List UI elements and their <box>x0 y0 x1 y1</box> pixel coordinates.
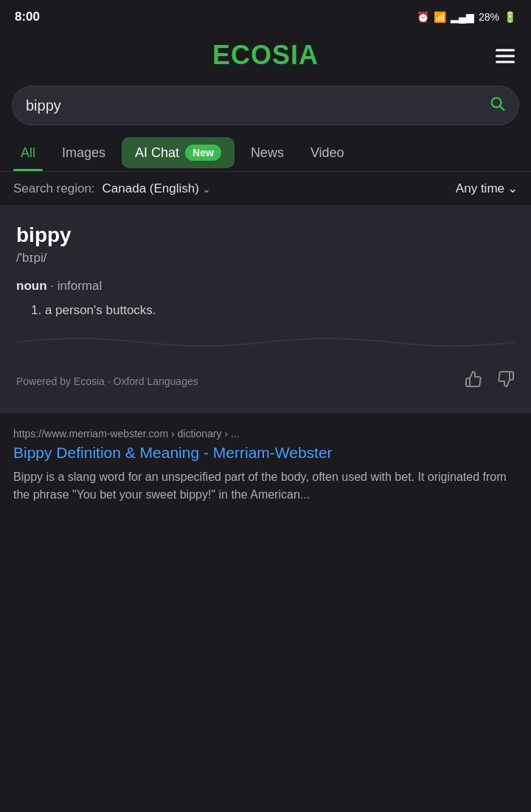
menu-line-1 <box>496 49 515 52</box>
dict-wave-decoration <box>16 335 515 350</box>
status-icons: ⏰ 📶 ▂▄▆ 28% 🔋 <box>417 11 516 23</box>
ecosia-logo[interactable]: ECOSIA <box>212 40 319 71</box>
search-result-1: https://www.merriam-webster.com › dictio… <box>0 407 531 516</box>
menu-line-2 <box>496 55 515 58</box>
dict-footer: Powered by Ecosia · Oxford Languages <box>0 360 531 407</box>
alarm-icon: ⏰ <box>417 11 429 23</box>
wifi-icon: 📶 <box>434 11 446 23</box>
search-input[interactable]: bippy <box>26 97 482 114</box>
result-title[interactable]: Bippy Definition & Meaning - Merriam-Web… <box>13 443 518 462</box>
region-label: Search region: <box>13 181 95 196</box>
search-icon[interactable] <box>489 95 505 116</box>
result-snippet: Bippy is a slang word for an unspecified… <box>13 468 518 504</box>
menu-button[interactable] <box>496 49 515 63</box>
thumbs-up-button[interactable] <box>465 370 482 392</box>
battery-icon: 🔋 <box>504 11 516 23</box>
battery-text: 28% <box>479 11 499 23</box>
tab-news[interactable]: News <box>237 135 297 171</box>
status-bar: 8:00 ⏰ 📶 ▂▄▆ 28% 🔋 <box>0 0 531 32</box>
signal-icon: ▂▄▆ <box>451 11 474 23</box>
dict-pronunciation: /'bɪpi/ <box>16 250 515 266</box>
tab-aichat[interactable]: AI Chat New <box>122 137 235 168</box>
time-chevron-icon: ⌄ <box>507 181 518 196</box>
menu-line-3 <box>496 61 515 63</box>
tab-video[interactable]: Video <box>297 135 358 171</box>
region-selector[interactable]: Canada (English) ⌄ <box>103 181 211 196</box>
region-chevron-icon: ⌄ <box>202 183 211 195</box>
search-container: bippy <box>0 80 531 134</box>
dictionary-card: bippy /'bɪpi/ noun · informal 1. a perso… <box>0 206 531 360</box>
dict-actions <box>465 370 515 392</box>
tabs-container: All Images AI Chat New News Video <box>0 134 531 172</box>
tab-images[interactable]: Images <box>49 135 119 171</box>
tab-all[interactable]: All <box>7 135 49 171</box>
dict-word: bippy <box>16 223 515 247</box>
dict-source: Powered by Ecosia · Oxford Languages <box>16 375 198 387</box>
thumbs-down-button[interactable] <box>497 370 515 392</box>
svg-line-1 <box>500 106 504 110</box>
search-bar[interactable]: bippy <box>12 86 519 125</box>
time-selector[interactable]: Any time ⌄ <box>456 181 518 196</box>
dict-definition: 1. a person's buttocks. <box>16 301 515 320</box>
filter-row: Search region: Canada (English) ⌄ Any ti… <box>0 172 531 206</box>
dict-part-of-speech: noun · informal <box>16 279 515 294</box>
status-time: 8:00 <box>15 10 40 24</box>
tab-new-badge: New <box>185 145 221 161</box>
result-url: https://www.merriam-webster.com › dictio… <box>13 428 518 440</box>
header: ECOSIA <box>0 32 531 80</box>
tab-aichat-label: AI Chat <box>135 145 179 161</box>
